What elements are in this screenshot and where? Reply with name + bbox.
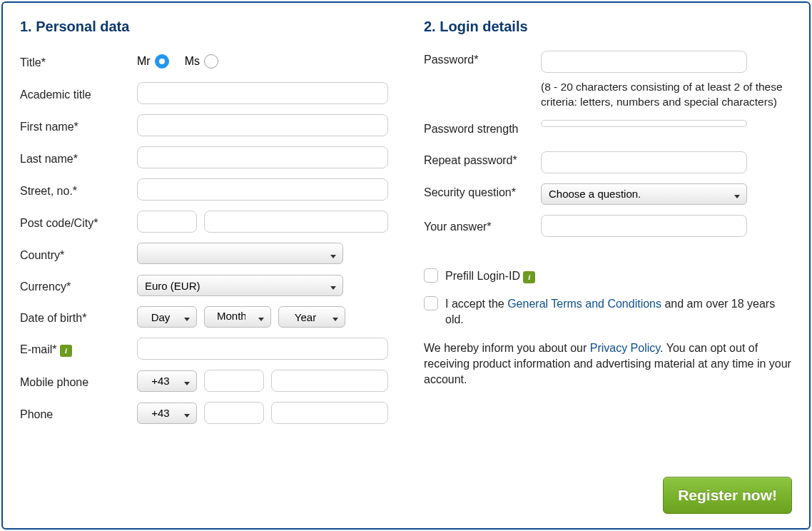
email-input[interactable] [137, 338, 388, 360]
prefill-login-checkbox[interactable] [424, 268, 438, 283]
mobile-label: Mobile phone [20, 373, 137, 389]
dob-month-select[interactable]: Month [204, 306, 271, 328]
mobile-number-input[interactable] [271, 370, 388, 392]
register-button[interactable]: Register now! [663, 477, 792, 514]
answer-label: Your answer* [424, 218, 541, 233]
registration-form: 1. Personal data Title* Mr Ms Academic t… [1, 1, 811, 530]
city-input[interactable] [204, 211, 388, 233]
section1-heading: 1. Personal data [20, 19, 388, 35]
title-ms-radio[interactable] [204, 54, 218, 69]
first-name-label: First name* [20, 118, 137, 133]
info-icon[interactable]: i [60, 345, 72, 357]
privacy-note: We hereby inform you about our Privacy P… [424, 340, 792, 388]
strength-label: Password strength [424, 120, 541, 136]
prefill-login-label: Prefill Login-ID i [445, 268, 535, 284]
phone-number-input[interactable] [271, 402, 388, 424]
last-name-label: Last name* [20, 150, 137, 166]
email-label: E-mail* i [20, 340, 137, 357]
street-input[interactable] [137, 178, 388, 201]
info-icon[interactable]: i [523, 271, 535, 283]
repeat-password-label: Repeat password* [424, 151, 541, 167]
security-question-label: Security question* [424, 183, 541, 199]
privacy-link[interactable]: Privacy Policy [590, 342, 660, 354]
country-select[interactable] [137, 243, 343, 264]
currency-label: Currency* [20, 278, 137, 293]
title-mr-radio[interactable] [155, 54, 169, 69]
phone-code-select[interactable]: +43 [137, 403, 197, 424]
dob-label: Date of birth* [20, 309, 137, 325]
security-question-select[interactable]: Choose a question. [541, 183, 747, 205]
mobile-code-select[interactable]: +43 [137, 370, 197, 392]
terms-text: I accept the General Terms and Condition… [445, 296, 792, 327]
password-strength-meter [541, 120, 747, 127]
personal-data-section: 1. Personal data Title* Mr Ms Academic t… [20, 19, 388, 434]
terms-checkbox[interactable] [424, 296, 438, 310]
dob-day-select[interactable]: Day [137, 306, 197, 328]
answer-input[interactable] [541, 215, 747, 237]
last-name-input[interactable] [137, 146, 388, 168]
section2-heading: 2. Login details [424, 19, 792, 35]
login-details-section: 2. Login details Password* (8 - 20 chara… [424, 19, 792, 434]
academic-title-label: Academic title [20, 86, 137, 101]
title-label: Title* [20, 54, 137, 69]
academic-title-input[interactable] [137, 82, 388, 104]
repeat-password-input[interactable] [541, 151, 747, 173]
password-hint: (8 - 20 characters consisting of at leas… [541, 80, 792, 110]
phone-label: Phone [20, 405, 137, 421]
street-label: Street, no.* [20, 182, 137, 198]
currency-select[interactable]: Euro (EUR) [137, 275, 343, 296]
password-label: Password* [424, 51, 541, 66]
country-label: Country* [20, 246, 137, 262]
postcode-input[interactable] [137, 211, 197, 233]
phone-area-input[interactable] [204, 402, 264, 424]
postcode-city-label: Post code/City* [20, 214, 137, 230]
title-mr-label: Mr [137, 55, 151, 68]
mobile-area-input[interactable] [204, 370, 264, 392]
password-input[interactable] [541, 51, 747, 73]
title-ms-label: Ms [185, 55, 200, 68]
first-name-input[interactable] [137, 114, 388, 136]
dob-year-select[interactable]: Year [278, 306, 345, 328]
terms-link[interactable]: General Terms and Conditions [507, 298, 661, 310]
